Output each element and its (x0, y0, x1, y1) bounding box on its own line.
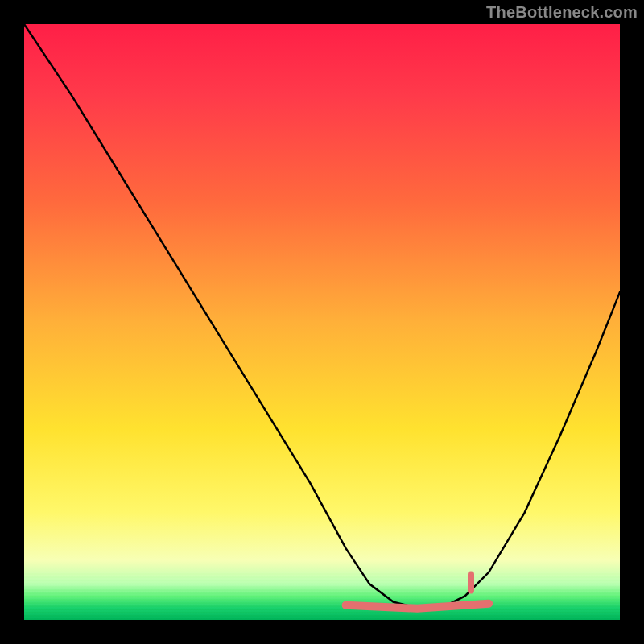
plot-area (24, 24, 620, 620)
chart-svg (24, 24, 620, 620)
bottleneck-curve-path (24, 24, 620, 608)
chart-frame: TheBottleneck.com (0, 0, 644, 644)
optimal-range-marker (346, 604, 489, 609)
watermark-label: TheBottleneck.com (486, 3, 638, 22)
